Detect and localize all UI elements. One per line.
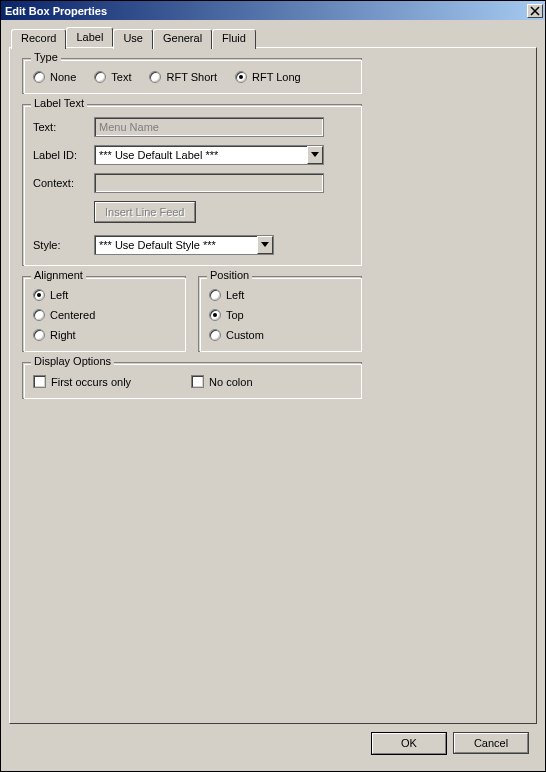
label-text: Text:	[33, 121, 88, 133]
group-alignment-legend: Alignment	[31, 269, 86, 281]
radio-icon	[235, 71, 247, 83]
dialog-window: Edit Box Properties Record Label Use Gen…	[0, 0, 546, 772]
combo-value: *** Use Default Label ***	[99, 146, 307, 164]
group-label-text: Label Text Text: Menu Name Label ID: ***…	[22, 104, 362, 266]
close-button[interactable]	[527, 4, 543, 18]
chevron-down-icon	[257, 236, 273, 254]
group-type: Type None Text RFT Short	[22, 58, 362, 94]
check-no-colon[interactable]: No colon	[191, 375, 252, 388]
radio-label: None	[50, 71, 76, 83]
radio-type-none[interactable]: None	[33, 71, 76, 83]
group-position-legend: Position	[207, 269, 252, 281]
radio-label: Right	[50, 329, 76, 341]
radio-label: RFT Short	[166, 71, 217, 83]
tab-label: General	[163, 32, 202, 44]
ok-button[interactable]: OK	[371, 732, 447, 755]
group-position: Position Left Top Custom	[198, 276, 362, 352]
label-style: Style:	[33, 239, 88, 251]
dialog-footer: OK Cancel	[9, 724, 537, 765]
window-title: Edit Box Properties	[5, 5, 527, 17]
radio-pos-custom[interactable]: Custom	[209, 329, 351, 341]
radio-label: Left	[50, 289, 68, 301]
button-label: Cancel	[474, 737, 508, 749]
radio-type-text[interactable]: Text	[94, 71, 131, 83]
text-value: Menu Name	[99, 121, 159, 133]
label-context: Context:	[33, 177, 88, 189]
radio-icon	[33, 329, 45, 341]
labelid-combo[interactable]: *** Use Default Label ***	[94, 145, 324, 165]
radio-label: Top	[226, 309, 244, 321]
button-label: OK	[401, 737, 417, 749]
button-label: Insert Line Feed	[105, 206, 185, 218]
tab-fluid[interactable]: Fluid	[212, 29, 256, 49]
radio-align-left[interactable]: Left	[33, 289, 175, 301]
tab-general[interactable]: General	[153, 29, 212, 49]
radio-label: Text	[111, 71, 131, 83]
radio-align-centered[interactable]: Centered	[33, 309, 175, 321]
label-labelid: Label ID:	[33, 149, 88, 161]
tab-label: Use	[123, 32, 143, 44]
client-area: Record Label Use General Fluid Type None…	[1, 20, 545, 771]
group-display-options: Display Options First occurs only No col…	[22, 362, 362, 399]
radio-pos-top[interactable]: Top	[209, 309, 351, 321]
radio-label: Centered	[50, 309, 95, 321]
tab-strip: Record Label Use General Fluid	[9, 28, 537, 48]
radio-icon	[94, 71, 106, 83]
radio-type-rft-short[interactable]: RFT Short	[149, 71, 217, 83]
check-first-occurs[interactable]: First occurs only	[33, 375, 131, 388]
tab-panel-label: Type None Text RFT Short	[9, 47, 537, 724]
tab-label: Record	[21, 32, 56, 44]
radio-pos-left[interactable]: Left	[209, 289, 351, 301]
cancel-button[interactable]: Cancel	[453, 732, 529, 754]
tab-label[interactable]: Label	[66, 27, 113, 47]
radio-icon	[33, 309, 45, 321]
radio-icon	[33, 71, 45, 83]
radio-icon	[33, 289, 45, 301]
radio-icon	[149, 71, 161, 83]
radio-icon	[209, 329, 221, 341]
insert-line-feed-button: Insert Line Feed	[94, 201, 196, 223]
tab-label: Label	[76, 31, 103, 43]
radio-label: RFT Long	[252, 71, 301, 83]
radio-icon	[209, 309, 221, 321]
context-field	[94, 173, 324, 193]
radio-label: Custom	[226, 329, 264, 341]
checkbox-icon	[33, 375, 46, 388]
group-label-text-legend: Label Text	[31, 97, 87, 109]
checkbox-icon	[191, 375, 204, 388]
text-field: Menu Name	[94, 117, 324, 137]
group-type-legend: Type	[31, 51, 61, 63]
radio-icon	[209, 289, 221, 301]
check-label: No colon	[209, 376, 252, 388]
group-alignment: Alignment Left Centered Right	[22, 276, 186, 352]
style-combo[interactable]: *** Use Default Style ***	[94, 235, 274, 255]
tab-use[interactable]: Use	[113, 29, 153, 49]
chevron-down-icon	[307, 146, 323, 164]
radio-label: Left	[226, 289, 244, 301]
tab-label: Fluid	[222, 32, 246, 44]
check-label: First occurs only	[51, 376, 131, 388]
combo-value: *** Use Default Style ***	[99, 236, 257, 254]
radio-type-rft-long[interactable]: RFT Long	[235, 71, 301, 83]
titlebar: Edit Box Properties	[1, 1, 545, 20]
radio-align-right[interactable]: Right	[33, 329, 175, 341]
tab-record[interactable]: Record	[11, 29, 66, 49]
group-display-options-legend: Display Options	[31, 355, 114, 367]
